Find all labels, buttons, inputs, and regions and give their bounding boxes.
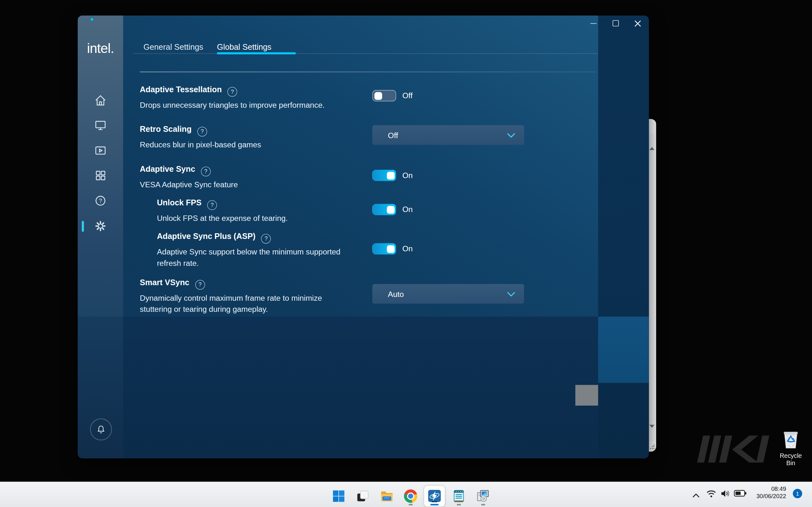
clock-date: 30/06/2022: [741, 493, 786, 500]
background-window-scrollbar[interactable]: [648, 133, 655, 441]
chevron-down-icon: [507, 133, 515, 138]
installer-icon: [476, 489, 490, 503]
intel-gcc-icon: [427, 489, 442, 504]
maximize-button[interactable]: [607, 15, 624, 31]
help-icon[interactable]: [261, 233, 271, 243]
intel-graphics-command-center-window: intel.: [78, 15, 649, 458]
resize-grip[interactable]: [649, 444, 654, 449]
global-settings-page: General Settings Global Settings Adaptiv…: [123, 15, 598, 317]
unlock-fps-toggle[interactable]: [372, 204, 396, 215]
active-tab-underline: [217, 52, 296, 54]
toggle-knob: [387, 171, 394, 179]
intel-logo-dot: [91, 18, 93, 20]
video-capture-icon[interactable]: [94, 145, 107, 157]
setting-description: Dynamically control maximum frame rate t…: [140, 292, 337, 315]
setting-row-unlock-fps: Unlock FPS Unlock FPS at the expense of …: [157, 198, 374, 224]
svg-text:?: ?: [99, 198, 102, 204]
tabbar-divider: [133, 53, 598, 54]
tab-general-settings[interactable]: General Settings: [143, 43, 203, 52]
toggle-knob: [374, 92, 382, 100]
toggle-state-label: On: [403, 205, 413, 214]
task-view-button[interactable]: [352, 486, 373, 506]
windows-logo-icon: [333, 490, 345, 502]
content-lower: [123, 317, 598, 458]
adaptive-tessellation-toggle[interactable]: [372, 90, 396, 101]
clock-time: 08:49: [741, 485, 786, 493]
msi-wallpaper-logo: [688, 434, 774, 466]
intel-logo: intel.: [78, 40, 123, 56]
notepad-icon: [452, 489, 465, 503]
apps-grid-icon[interactable]: [94, 169, 107, 181]
scroll-up-icon[interactable]: [649, 147, 654, 150]
chrome-button[interactable]: [400, 486, 421, 506]
file-explorer-button[interactable]: [376, 486, 397, 506]
setting-description: Reduces blur in pixel-based games: [140, 139, 357, 150]
ui-artifact-square: [575, 385, 598, 406]
sidebar: [78, 15, 123, 317]
retro-scaling-dropdown[interactable]: Off: [372, 125, 524, 145]
bell-icon: [96, 424, 106, 435]
toggle-state-label: On: [403, 244, 413, 253]
help-icon[interactable]: [207, 200, 217, 210]
taskbar: 08:49 30/06/2022 1: [0, 482, 812, 507]
help-icon[interactable]: [195, 279, 205, 289]
adaptive-sync-toggle[interactable]: [372, 170, 396, 181]
setting-title: Unlock FPS: [157, 198, 202, 207]
toggle-knob: [387, 245, 394, 252]
intel-gcc-active-indicator: [430, 504, 439, 505]
setting-description: VESA Adaptive Sync feature: [140, 179, 357, 190]
recycle-bin-icon: [782, 429, 800, 449]
minimize-button[interactable]: [585, 15, 602, 31]
dropdown-value: Off: [388, 130, 398, 139]
active-nav-indicator: [82, 221, 84, 232]
screen: Recycle Bin intel.: [0, 0, 812, 507]
notepad-running-indicator: [457, 504, 461, 505]
setting-title: Adaptive Sync: [140, 164, 195, 173]
close-icon: [634, 20, 641, 26]
display-icon[interactable]: [94, 119, 107, 131]
tab-global-settings[interactable]: Global Settings: [217, 43, 271, 52]
setting-description: Adaptive Sync support below the minimum …: [157, 246, 354, 269]
setting-row-smart-vsync: Smart VSync Dynamically control maximum …: [140, 278, 357, 315]
setting-row-retro-scaling: Retro Scaling Reduces blur in pixel-base…: [140, 124, 357, 150]
recycle-bin-label: Recycle Bin: [774, 452, 807, 467]
help-icon[interactable]: [227, 87, 237, 96]
setting-row-adaptive-sync-plus: Adaptive Sync Plus (ASP) Adaptive Sync s…: [157, 232, 374, 269]
windows-start-button[interactable]: [328, 486, 349, 506]
home-icon[interactable]: [94, 94, 107, 107]
help-icon-sidebar[interactable]: ?: [94, 194, 107, 207]
notification-count-badge[interactable]: 1: [793, 489, 802, 498]
smart-vsync-dropdown[interactable]: Auto: [372, 284, 524, 303]
setting-row-adaptive-tessellation: Adaptive Tessellation Drops unnecessary …: [140, 85, 357, 111]
recycle-bin-shortcut[interactable]: Recycle Bin: [774, 429, 807, 467]
help-icon[interactable]: [197, 126, 207, 136]
notepad-button[interactable]: [449, 486, 469, 506]
backdrop-highlight: [598, 317, 649, 383]
intel-gcc-taskbar-button[interactable]: [424, 486, 445, 506]
task-view-icon: [356, 489, 369, 503]
maximize-icon: [612, 20, 619, 26]
close-button[interactable]: [629, 15, 646, 31]
chevron-down-icon: [507, 292, 515, 297]
file-explorer-icon: [380, 489, 393, 503]
setting-title: Adaptive Tessellation: [140, 85, 222, 94]
installer-button[interactable]: [473, 486, 494, 506]
adaptive-sync-plus-toggle[interactable]: [372, 243, 396, 255]
help-icon[interactable]: [201, 166, 211, 176]
volume-icon[interactable]: [720, 488, 730, 501]
setting-title: Smart VSync: [140, 278, 189, 287]
notifications-button[interactable]: [90, 418, 112, 441]
wifi-icon[interactable]: [706, 488, 716, 501]
toggle-state-label: Off: [403, 91, 413, 100]
toggle-knob: [387, 206, 394, 213]
setting-description: Unlock FPS at the expense of tearing.: [157, 212, 374, 224]
settings-list-divider: [140, 71, 596, 72]
hidden-icons-chevron[interactable]: [692, 491, 700, 500]
taskbar-clock[interactable]: 08:49 30/06/2022: [741, 485, 786, 500]
window-backdrop-strip: [598, 15, 649, 458]
scroll-down-icon[interactable]: [649, 425, 654, 428]
setting-title: Retro Scaling: [140, 124, 192, 133]
minimize-icon: [590, 23, 597, 24]
setting-row-adaptive-sync: Adaptive Sync VESA Adaptive Sync feature: [140, 164, 357, 190]
settings-gear-icon[interactable]: [94, 220, 107, 232]
